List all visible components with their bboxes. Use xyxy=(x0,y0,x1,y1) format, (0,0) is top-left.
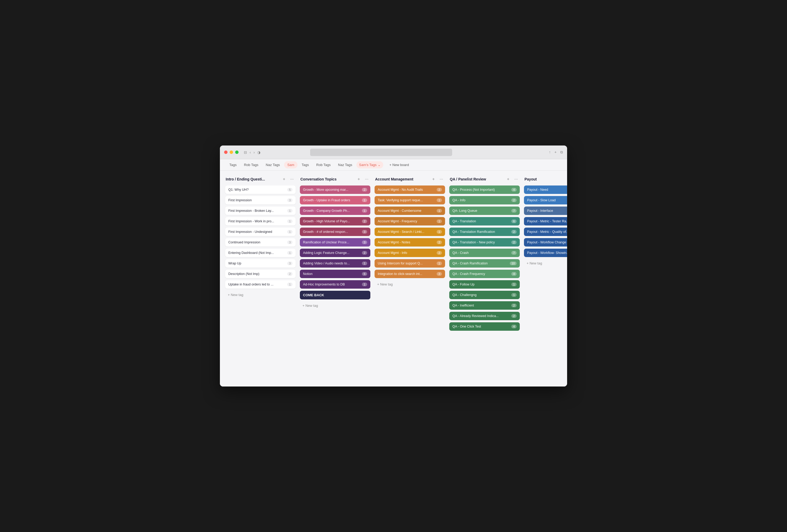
new-board-button[interactable]: + New board xyxy=(386,161,412,168)
minimize-button[interactable] xyxy=(230,150,233,154)
card-qa-oneclick[interactable]: QA - One Click Test 4 xyxy=(449,322,520,331)
card-growth-ordered[interactable]: Growth - # of ordered respon... 3 xyxy=(300,228,370,236)
card-qa-inefficient[interactable]: QA - Inefficient 2 xyxy=(449,301,520,310)
tab-naz-2[interactable]: Naz Tags xyxy=(335,161,355,168)
column-menu-conversation[interactable]: ··· xyxy=(363,176,370,182)
sidebar-toggle-icon[interactable]: ⊟ xyxy=(244,150,247,154)
card-growth-mar[interactable]: Growth - More upcoming mar... 2 xyxy=(300,186,370,194)
card-acct-notes[interactable]: Account Mgmt - Notes 2 xyxy=(375,238,445,247)
card-qa-translation-policy[interactable]: QA - Translation - New policy 2 xyxy=(449,238,520,247)
window-icon[interactable]: ⧉ xyxy=(560,150,563,154)
card-payout-interface[interactable]: Payout - Interface 1 xyxy=(524,207,567,215)
titlebar-actions: ↑ + ⧉ xyxy=(549,150,563,154)
titlebar: ⊟ ‹ › ◑ ↑ + ⧉ xyxy=(220,146,567,159)
card-acct-integration[interactable]: Integration to click-search int... 3 xyxy=(375,270,445,278)
card-acct-noaudit[interactable]: Account Mgmt - No Audit Trails 2 xyxy=(375,186,445,194)
card-ramification[interactable]: Ramification of Unclear Proce... 3 xyxy=(300,238,370,247)
column-title-qa: QA / Panelist Review xyxy=(450,177,504,181)
card-growth-fraud[interactable]: Growth - Uptake in Fraud orders 1 xyxy=(300,196,370,205)
new-tag-intro[interactable]: + New tag xyxy=(225,291,296,299)
card-acct-cumbersome[interactable]: Account Mgmt - Cumbersome 1 xyxy=(375,207,445,215)
card-payout-workflow-showing[interactable]: Payout - Workflow- Showin... xyxy=(524,249,567,257)
card-qa-crash-ramif[interactable]: QA - Crash Ramification 10 xyxy=(449,259,520,268)
new-tag-payout[interactable]: + New tag xyxy=(524,259,567,267)
tab-tags-2[interactable]: Tags xyxy=(299,161,312,168)
tab-naz-1[interactable]: Naz Tags xyxy=(262,161,283,168)
card-notion[interactable]: Notion 6 xyxy=(300,270,370,278)
card-acct-frequency[interactable]: Account Mgmt - Frequency 1 xyxy=(375,217,445,226)
card-fi-undesigned[interactable]: First Impression - Undesigned 1 xyxy=(225,228,296,236)
card-adhoc[interactable]: Ad-Hoc Improvements to DB 1 xyxy=(300,280,370,289)
column-qa: QA / Panelist Review + ··· QA - Process … xyxy=(449,176,520,333)
card-acct-search[interactable]: Account Mgmt - Search / Linki... 1 xyxy=(375,228,445,236)
card-payout-need[interactable]: Payout - Need 1 xyxy=(524,186,567,194)
card-qa-translation[interactable]: QA - Translation 6 xyxy=(449,217,520,226)
column-add-account[interactable]: + xyxy=(430,176,437,182)
card-payout-slowload[interactable]: Payout - Slow Load 2 xyxy=(524,196,567,205)
new-tag-conversation[interactable]: + New tag xyxy=(300,301,370,310)
column-account: Account Management + ··· Account Mgmt - … xyxy=(375,176,445,289)
card-qa-challenging[interactable]: QA - Challengng 1 xyxy=(449,291,520,299)
card-fi-workinpro[interactable]: First Impression - Work in pro... 1 xyxy=(225,217,296,226)
card-adding-video[interactable]: Adding Video / Audio needs to... 1 xyxy=(300,259,370,268)
column-title-intro: Intro / Ending Questi... xyxy=(226,177,279,181)
new-tab-icon[interactable]: + xyxy=(554,150,557,154)
card-fi-broken[interactable]: First Impression - Broken Lay... 1 xyxy=(225,207,296,215)
column-intro: Intro / Ending Questi... + ··· Q1: Why U… xyxy=(225,176,296,299)
back-icon[interactable]: ‹ xyxy=(250,150,251,154)
card-uptake[interactable]: Uptake in fraud orders led to ... 1 xyxy=(225,280,296,289)
card-comeback[interactable]: COME BACK xyxy=(300,291,370,299)
column-add-qa[interactable]: + xyxy=(505,176,511,182)
column-header-conversation: Conversation Topics + ··· xyxy=(300,176,370,182)
card-first-impression[interactable]: First Impression 3 xyxy=(225,196,296,205)
card-wrapup[interactable]: Wrap Up 3 xyxy=(225,259,296,268)
sams-tags-dropdown[interactable]: Sam's Tags ⌄ xyxy=(356,161,383,168)
nav-controls: ⊟ ‹ › ◑ xyxy=(244,150,260,154)
card-qa-already-reviewed[interactable]: QA - Already Reviewed Indica... 2 xyxy=(449,312,520,320)
card-qa-crash-freq[interactable]: QA - Crash Frequency 4 xyxy=(449,270,520,278)
brightness-icon: ◑ xyxy=(257,150,260,154)
column-menu-qa[interactable]: ··· xyxy=(513,176,519,182)
tab-tags-1[interactable]: Tags xyxy=(226,161,240,168)
card-qa-crash[interactable]: QA - Crash 7 xyxy=(449,249,520,257)
column-add-intro[interactable]: + xyxy=(281,176,287,182)
card-continued[interactable]: Continued Impression 3 xyxy=(225,238,296,247)
forward-icon[interactable]: › xyxy=(254,150,255,154)
card-entering[interactable]: Entering Dashboard (Not Imp... 1 xyxy=(225,249,296,257)
column-header-qa: QA / Panelist Review + ··· xyxy=(449,176,520,182)
column-menu-intro[interactable]: ··· xyxy=(289,176,295,182)
tab-rob-1[interactable]: Rob Tags xyxy=(241,161,261,168)
column-payout: Payout + ··· Payout - Need 1 Payout - Sl… xyxy=(524,176,567,267)
tabbar: Tags Rob Tags Naz Tags Sam Tags Rob Tags… xyxy=(220,159,567,171)
card-qa-followup[interactable]: QA - Follow Up 1 xyxy=(449,280,520,289)
share-icon[interactable]: ↑ xyxy=(549,150,551,154)
maximize-button[interactable] xyxy=(235,150,239,154)
card-growth-company[interactable]: Growth - Company Growth Ph... 1 xyxy=(300,207,370,215)
column-conversation: Conversation Topics + ··· Growth - More … xyxy=(300,176,370,310)
card-payout-workflow-change[interactable]: Payout - Workflow Change xyxy=(524,238,567,247)
card-qa-longqueue[interactable]: QA- Long Queue 7 xyxy=(449,207,520,215)
card-payout-metric-tester[interactable]: Payout - Metric - Tester Ra... xyxy=(524,217,567,226)
tab-sam-active[interactable]: Sam xyxy=(284,161,297,168)
card-qa-info[interactable]: QA - Info 2 xyxy=(449,196,520,205)
card-qa-translation-ramif[interactable]: QA - Translation Ramification 2 xyxy=(449,228,520,236)
card-description[interactable]: Description (Not Imp) 2 xyxy=(225,270,296,278)
column-header-payout: Payout + ··· xyxy=(524,176,567,182)
url-bar[interactable] xyxy=(310,149,452,156)
card-qa-process[interactable]: QA - Process (Not Important) 4 xyxy=(449,186,520,194)
card-acct-info[interactable]: Account Mgmt - Info 2 xyxy=(375,249,445,257)
card-growth-highvol[interactable]: Growth - High Volume of Payo... 2 xyxy=(300,217,370,226)
card-adding-logic[interactable]: Adding Logic Feature Change... 2 xyxy=(300,249,370,257)
card-acct-intercom[interactable]: Using Intercom for support Q... 1 xyxy=(375,259,445,268)
card-q1[interactable]: Q1: Why UH? 5 xyxy=(225,186,296,194)
column-add-conversation[interactable]: + xyxy=(356,176,362,182)
card-acct-task[interactable]: Task: Verifying support reque... 1 xyxy=(375,196,445,205)
column-title-conversation: Conversation Topics xyxy=(300,177,354,181)
close-button[interactable] xyxy=(224,150,228,154)
sams-tags-label: Sam's Tags xyxy=(359,163,377,167)
tab-rob-2[interactable]: Rob Tags xyxy=(313,161,334,168)
card-payout-metric-quality[interactable]: Payout - Metric - Quality of... xyxy=(524,228,567,236)
chevron-down-icon: ⌄ xyxy=(378,163,381,167)
column-menu-account[interactable]: ··· xyxy=(438,176,445,182)
new-tag-account[interactable]: + New tag xyxy=(375,280,445,289)
